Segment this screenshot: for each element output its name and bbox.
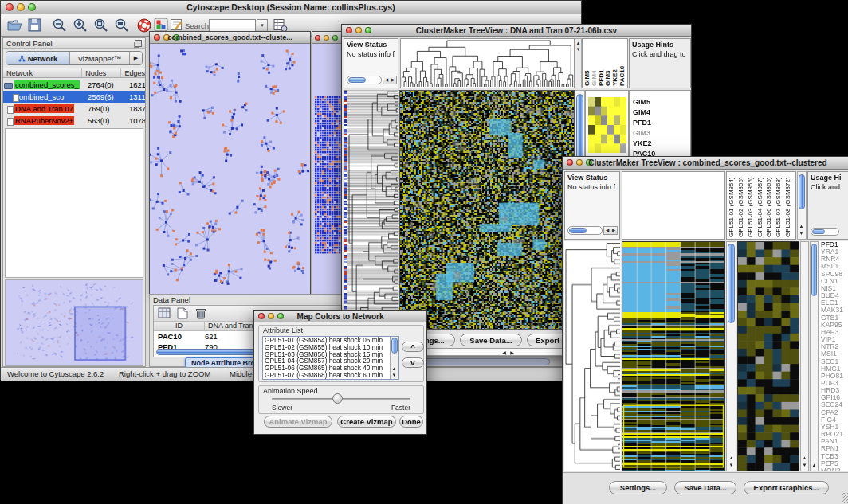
- attribute-item[interactable]: GPL51-07 (GSM868) heat shock 60 min: [263, 372, 398, 379]
- heatmap-canvas[interactable]: [399, 90, 575, 330]
- column-label[interactable]: GPL51-04 (GSM857): [757, 173, 767, 238]
- float-panel-icon[interactable]: [135, 40, 142, 47]
- treeview1-titlebar[interactable]: ClusterMaker TreeView : DNA and Tran 07-…: [342, 25, 691, 37]
- save-data-button[interactable]: Save Data...: [460, 334, 522, 346]
- save-data-button[interactable]: Save Data...: [674, 481, 736, 494]
- network-graph-canvas-2[interactable]: [312, 44, 342, 295]
- network-view-titlebar[interactable]: combined_scores_good.txt--cluste...: [150, 32, 310, 44]
- column-label[interactable]: YKE2: [612, 40, 619, 87]
- scroll-thumb[interactable]: [348, 77, 366, 83]
- row-label[interactable]: YKE2: [633, 139, 655, 149]
- col-network[interactable]: Network: [3, 68, 82, 77]
- settings-button[interactable]: Settings...: [609, 481, 667, 494]
- network-view-2-titlebar[interactable]: [312, 32, 342, 44]
- speed-slider-thumb[interactable]: [332, 393, 343, 404]
- scroll-thumb[interactable]: [811, 244, 817, 296]
- scroll-thumb[interactable]: [812, 229, 825, 234]
- row-label[interactable]: GIM3: [633, 128, 655, 139]
- column-label[interactable]: GPL51-02 (GSM855): [738, 173, 748, 238]
- scroll-thumb[interactable]: [799, 174, 805, 209]
- scroll-thumb[interactable]: [569, 228, 587, 233]
- col-nodes[interactable]: Nodes: [82, 68, 121, 77]
- animate-vizmap-button[interactable]: Animate Vizmap: [264, 416, 332, 428]
- tab-overflow-arrow-icon[interactable]: ▶: [130, 52, 142, 64]
- close-icon[interactable]: [315, 35, 320, 41]
- scroll-up-icon[interactable]: ▲: [575, 40, 582, 46]
- gene-list-vscrollbar[interactable]: ▲: [810, 241, 819, 471]
- search-dropdown-arrow-icon[interactable]: ▼: [257, 19, 268, 32]
- delete-attribute-icon[interactable]: [195, 307, 206, 319]
- move-up-button[interactable]: ^: [402, 342, 424, 352]
- zoom-out-icon[interactable]: [52, 18, 68, 33]
- done-button[interactable]: Done: [399, 416, 423, 428]
- column-label[interactable]: GIM5: [584, 40, 591, 87]
- column-label[interactable]: GPL51-07 (GSM868): [775, 173, 785, 238]
- tab-vizmapper[interactable]: VizMapper™: [70, 52, 130, 64]
- column-label[interactable]: GPL51-06 (GSM865): [766, 173, 775, 238]
- scroll-down-icon[interactable]: ▼: [728, 462, 735, 468]
- main-titlebar[interactable]: Cytoscape Desktop (Session Name: collins…: [1, 1, 581, 14]
- select-attributes-icon[interactable]: [158, 307, 171, 319]
- zoom-vscrollbar[interactable]: ▲ ▼: [800, 241, 809, 471]
- scroll-down-icon[interactable]: ▼: [391, 372, 398, 378]
- heatmap-vscrollbar[interactable]: ▲ ▼: [726, 241, 736, 471]
- scroll-up-icon[interactable]: ▲: [728, 455, 735, 461]
- resize-grip[interactable]: [842, 493, 848, 503]
- scroll-right-icon[interactable]: ▶: [390, 76, 396, 84]
- network-graph-canvas[interactable]: [150, 44, 310, 295]
- move-down-button[interactable]: v: [402, 357, 424, 368]
- attribute-list-vscrollbar[interactable]: ▲ ▼: [390, 337, 398, 379]
- new-attribute-icon[interactable]: [177, 307, 188, 319]
- network-row[interactable]: DNA and Tran 07 769(0) 183728(0): [3, 103, 145, 115]
- scroll-left-icon[interactable]: ◀: [501, 350, 508, 356]
- column-dendrogram-canvas[interactable]: [401, 39, 574, 88]
- scroll-down-icon[interactable]: ▼: [575, 46, 582, 53]
- dialog-titlebar[interactable]: Map Colors to Network: [254, 311, 426, 322]
- gene-label[interactable]: MON2: [819, 467, 848, 471]
- usage-hints-hscrollbar[interactable]: [811, 228, 839, 236]
- save-icon[interactable]: [27, 18, 42, 33]
- zoom-window-icon[interactable]: [332, 35, 338, 41]
- view-status-hscrollbar[interactable]: [347, 76, 382, 84]
- scroll-left-icon[interactable]: ◀: [383, 76, 390, 84]
- mini-vscrollbar[interactable]: ▲▼: [575, 38, 582, 88]
- row-dendrogram-canvas[interactable]: [347, 90, 399, 330]
- zoom-fit-icon[interactable]: [114, 18, 130, 33]
- scroll-up-icon[interactable]: ▲: [391, 365, 398, 372]
- column-label[interactable]: GIM3: [605, 40, 612, 87]
- attribute-listbox[interactable]: GPL51-01 (GSM854) heat shock 05 minGPL51…: [262, 336, 399, 380]
- id-column-header[interactable]: ID: [154, 322, 205, 330]
- network-row[interactable]: combined_sco 2569(6) 13112(15): [3, 91, 145, 103]
- network-row[interactable]: RNAPuberNov2+ 563(0) 107847(0): [3, 115, 145, 127]
- scroll-arrows[interactable]: ◀▶: [603, 226, 618, 235]
- zoom-heatmap-canvas[interactable]: [588, 97, 626, 153]
- column-dendrogram-panel[interactable]: [622, 171, 725, 240]
- scroll-thumb[interactable]: [728, 244, 735, 323]
- network-overview-canvas[interactable]: [5, 279, 143, 366]
- column-label[interactable]: GPL51-03 (GSM856): [748, 173, 757, 238]
- column-label[interactable]: GPL51-01 (GSM854): [728, 173, 738, 238]
- scroll-up-icon[interactable]: ▲: [801, 455, 808, 461]
- network-row[interactable]: combined_scores_ 2764(0) 16218(0): [3, 79, 145, 91]
- row-dendrogram-canvas[interactable]: [564, 241, 621, 471]
- scroll-up-icon[interactable]: ▲: [811, 462, 818, 468]
- search-input[interactable]: [209, 19, 256, 32]
- scroll-up-icon[interactable]: ▲: [798, 223, 805, 229]
- col-edges[interactable]: Edges: [121, 68, 145, 77]
- export-graphics-button[interactable]: Export Graphics...: [744, 481, 829, 494]
- treeview2-titlebar[interactable]: ClusterMaker TreeView : combined_scores_…: [563, 157, 848, 170]
- view-status-hscrollbar[interactable]: [567, 226, 603, 235]
- zoom-in-icon[interactable]: [73, 18, 88, 33]
- scroll-thumb[interactable]: [391, 338, 398, 354]
- row-label[interactable]: GIM4: [633, 107, 655, 118]
- open-file-icon[interactable]: [6, 18, 23, 33]
- zoom-selected-icon[interactable]: [93, 18, 109, 33]
- scroll-left-icon[interactable]: ◀: [604, 227, 610, 234]
- tab-network[interactable]: Network: [6, 52, 70, 64]
- column-label[interactable]: GIM4: [591, 40, 599, 87]
- row-label[interactable]: GIM5: [633, 97, 655, 107]
- zoom-heatmap-canvas[interactable]: [737, 241, 799, 471]
- scroll-down-icon[interactable]: ▼: [801, 462, 808, 468]
- column-label[interactable]: PAC10: [619, 40, 626, 87]
- scroll-arrows[interactable]: ◀▶: [383, 76, 397, 84]
